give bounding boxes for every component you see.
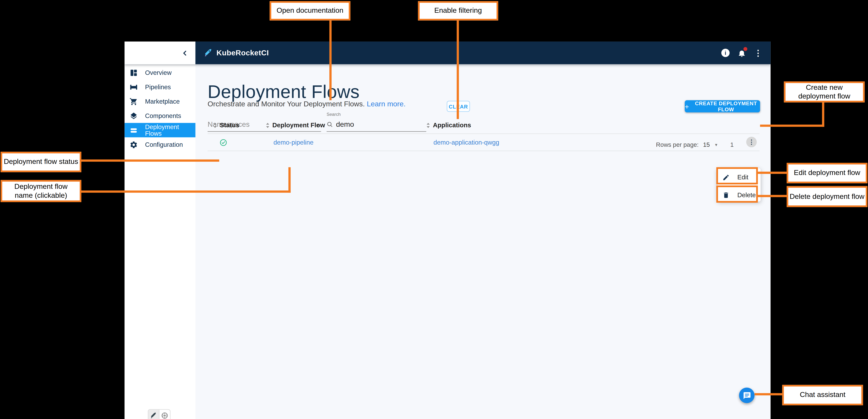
connector-open-documentation bbox=[329, 21, 332, 100]
chevron-left-icon bbox=[182, 50, 188, 56]
stage: KubeRocketCI i ⋮ Overview bbox=[0, 0, 868, 419]
sidebar-item-label: Components bbox=[145, 112, 181, 119]
sidebar-item-marketplace[interactable]: Marketplace bbox=[125, 94, 195, 109]
create-deployment-flow-button[interactable]: + CREATE DEPLOYMENT FLOW bbox=[685, 100, 760, 112]
app-header: KubeRocketCI i ⋮ bbox=[195, 41, 770, 64]
connector-create-new-flow-h bbox=[760, 124, 824, 127]
connector-create-new-flow-v bbox=[822, 102, 824, 127]
kubernetes-wheel-icon bbox=[161, 412, 168, 419]
notification-badge bbox=[743, 47, 747, 51]
sidebar-item-label: Pipelines bbox=[145, 84, 171, 90]
cart-icon bbox=[130, 97, 138, 106]
rocket-logo-icon bbox=[204, 48, 213, 58]
rocket-toggle-button[interactable] bbox=[148, 410, 159, 419]
sort-icon bbox=[426, 122, 430, 128]
sidebar-item-label: Overview bbox=[145, 69, 172, 76]
rows-per-page-label: Rows per page: bbox=[656, 141, 699, 148]
app-title: KubeRocketCI bbox=[216, 49, 269, 57]
column-header-deployment-flow[interactable]: Deployment Flow bbox=[266, 121, 325, 129]
rocket-icon bbox=[150, 412, 157, 419]
annotation-delete-flow: Delete deployment flow bbox=[787, 186, 867, 207]
applications-link[interactable]: demo-application-qwgg bbox=[433, 139, 499, 146]
notifications-button[interactable] bbox=[737, 49, 746, 57]
column-header-applications[interactable]: Applications bbox=[426, 121, 471, 129]
main-content: Deployment Flows Orchestrate and Monitor… bbox=[195, 64, 770, 419]
search-label: Search bbox=[327, 112, 341, 117]
connector-edit-flow bbox=[758, 172, 787, 174]
rows-per-page-select[interactable]: 15 bbox=[703, 141, 710, 148]
connector-flow-status bbox=[82, 159, 219, 162]
sidebar-item-pipelines[interactable]: Pipelines bbox=[125, 80, 195, 94]
annotation-open-documentation: Open documentation bbox=[270, 1, 350, 21]
collapse-sidebar-button[interactable] bbox=[182, 50, 188, 56]
connector-delete-flow bbox=[758, 195, 787, 197]
search-value: demo bbox=[336, 120, 354, 128]
sidebar-item-label: Deployment Flows bbox=[145, 123, 195, 137]
header-menu-button[interactable]: ⋮ bbox=[754, 49, 763, 57]
plus-icon: + bbox=[685, 102, 689, 111]
search-icon bbox=[327, 121, 333, 127]
highlight-edit-menu-item bbox=[716, 167, 758, 184]
kubernetes-toggle-button[interactable] bbox=[159, 410, 170, 419]
page-title: Deployment Flows bbox=[208, 81, 360, 102]
deployment-flows-icon bbox=[130, 126, 138, 134]
topbar: KubeRocketCI i ⋮ bbox=[125, 41, 771, 64]
connector-enable-filtering bbox=[457, 21, 459, 119]
page-subtitle: Orchestrate and Monitor Your Deployment … bbox=[208, 99, 406, 108]
search-input[interactable]: Search demo bbox=[327, 110, 426, 132]
sidebar: Overview Pipelines Marketplace Component… bbox=[125, 64, 195, 419]
sidebar-item-deployment-flows[interactable]: Deployment Flows bbox=[125, 123, 195, 137]
sort-icon bbox=[266, 122, 270, 128]
sidebar-item-components[interactable]: Components bbox=[125, 109, 195, 123]
sidebar-item-configuration[interactable]: Configuration bbox=[125, 137, 195, 152]
sort-icon bbox=[213, 122, 217, 128]
annotation-flow-status: Deployment flow status bbox=[1, 152, 82, 172]
app-window: KubeRocketCI i ⋮ Overview bbox=[125, 41, 771, 419]
annotation-chat-assistant: Chat assistant bbox=[782, 385, 863, 405]
info-icon[interactable]: i bbox=[721, 49, 730, 57]
chat-assistant-button[interactable] bbox=[739, 388, 754, 403]
dashboard-icon bbox=[130, 68, 138, 77]
connector-chat-assistant bbox=[754, 393, 782, 395]
annotation-create-new-flow: Create new deployment flow bbox=[784, 81, 865, 102]
pagination-range: 1 bbox=[731, 141, 734, 148]
chevron-down-icon: ▼ bbox=[714, 143, 718, 146]
sidebar-item-label: Configuration bbox=[145, 141, 183, 148]
gear-icon bbox=[130, 140, 138, 149]
row-actions-button[interactable]: ⋮ bbox=[746, 137, 757, 147]
sidebar-item-label: Marketplace bbox=[145, 98, 180, 104]
pagination: Rows per page: 15 ▼ 1 bbox=[656, 141, 734, 148]
pipelines-icon bbox=[130, 83, 138, 91]
chat-bubble-icon bbox=[743, 391, 751, 399]
annotation-enable-filtering: Enable filtering bbox=[418, 1, 498, 21]
learn-more-link[interactable]: Learn more. bbox=[367, 99, 406, 108]
sidebar-header bbox=[125, 41, 195, 64]
annotation-flow-name: Deployment flow name (clickable) bbox=[1, 180, 82, 202]
column-header-status[interactable]: Status bbox=[213, 121, 239, 129]
table-divider bbox=[208, 151, 760, 151]
table-divider bbox=[208, 133, 760, 134]
connector-flow-name-v bbox=[288, 167, 290, 193]
layers-icon bbox=[130, 112, 138, 120]
deployment-flow-link[interactable]: demo-pipeline bbox=[273, 139, 313, 146]
cluster-toggle bbox=[148, 409, 170, 419]
highlight-delete-menu-item bbox=[716, 185, 758, 203]
annotation-edit-flow: Edit deployment flow bbox=[787, 163, 867, 183]
status-success-icon bbox=[220, 139, 227, 148]
sidebar-item-overview[interactable]: Overview bbox=[125, 65, 195, 80]
connector-flow-name-h bbox=[82, 190, 290, 193]
